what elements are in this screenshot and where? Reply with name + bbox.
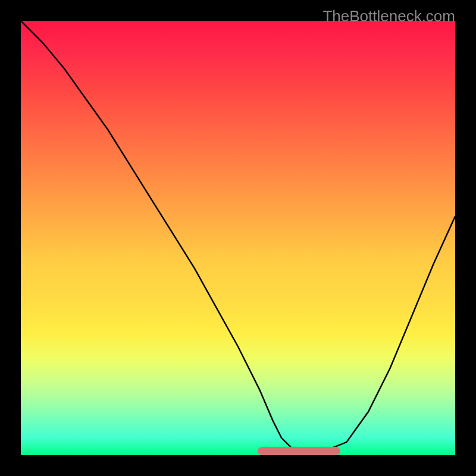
bottleneck-curve	[21, 21, 455, 455]
watermark-text: TheBottleneck.com	[322, 7, 455, 26]
chart-area	[21, 21, 455, 455]
optimal-range-marker	[258, 447, 340, 455]
